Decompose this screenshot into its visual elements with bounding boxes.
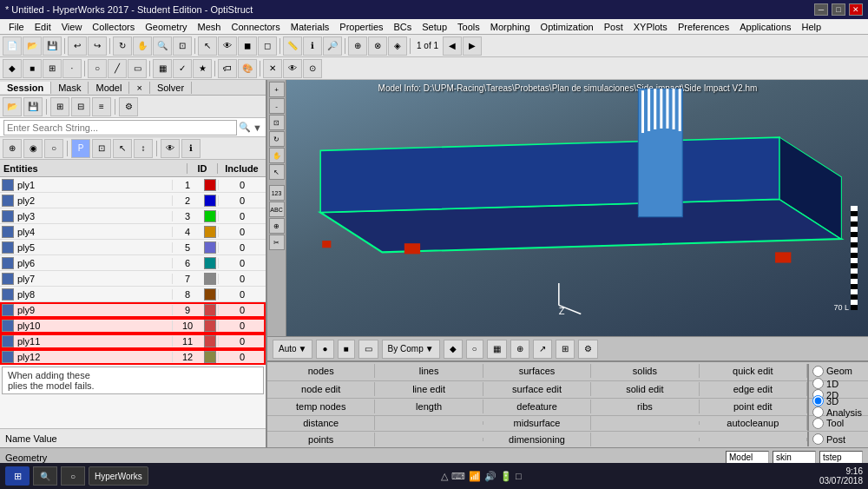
shading-btn[interactable]: ◼ bbox=[238, 36, 257, 56]
lines-btn[interactable]: ╱ bbox=[108, 59, 127, 78]
bp-dimensioning[interactable]: dimensioning bbox=[483, 433, 591, 446]
undo-button[interactable]: ↩ bbox=[68, 36, 87, 56]
settings-btn2[interactable]: ⚙ bbox=[578, 340, 598, 359]
menu-properties[interactable]: Properties bbox=[334, 21, 388, 33]
bp-surface-edit[interactable]: surface edit bbox=[483, 382, 591, 396]
sys-btn[interactable]: ⊕ bbox=[510, 340, 529, 359]
check-btn[interactable]: ✓ bbox=[173, 59, 192, 78]
show-all-btn[interactable]: ◉ bbox=[23, 139, 43, 158]
table-row[interactable]: ply4 4 0 bbox=[0, 224, 266, 240]
panel-save-btn[interactable]: 💾 bbox=[23, 97, 43, 116]
bp-defeature[interactable]: defeature bbox=[483, 400, 591, 413]
table-row[interactable]: ply10 10 0 bbox=[0, 318, 266, 334]
tab-close[interactable]: × bbox=[129, 82, 149, 94]
info2-btn[interactable]: ℹ bbox=[181, 139, 201, 158]
radio-geom[interactable]: Geom bbox=[812, 366, 865, 377]
menu-preferences[interactable]: Preferences bbox=[673, 21, 734, 33]
search-icon[interactable]: 🔍 bbox=[239, 122, 251, 133]
table-row[interactable]: ply12 12 0 bbox=[0, 349, 266, 365]
table-row[interactable]: ply7 7 0 bbox=[0, 271, 266, 287]
show-btn[interactable]: ⊙ bbox=[303, 59, 322, 78]
table-row[interactable]: ply6 6 0 bbox=[0, 255, 266, 271]
taskbar-action-center[interactable]: □ bbox=[516, 471, 522, 481]
zoom-extent[interactable]: ⊡ bbox=[173, 36, 192, 56]
radio-1d-input[interactable] bbox=[812, 378, 824, 389]
menu-materials[interactable]: Materials bbox=[286, 21, 335, 33]
bp-surfaces[interactable]: surfaces bbox=[483, 364, 591, 378]
tab-model[interactable]: Model bbox=[89, 82, 129, 94]
radio-3d[interactable]: 3D bbox=[812, 395, 865, 406]
find-btn[interactable]: 🔎 bbox=[323, 36, 342, 56]
color-btn[interactable]: 🎨 bbox=[238, 59, 257, 78]
node-btn[interactable]: · bbox=[62, 59, 82, 78]
bp-length[interactable]: length bbox=[375, 400, 483, 413]
comp-icon-btn[interactable]: ⊡ bbox=[92, 139, 111, 158]
taskbar-battery-icon[interactable]: 🔋 bbox=[500, 471, 512, 482]
bp-node-edit[interactable]: node edit bbox=[267, 382, 375, 396]
shading-btn2[interactable]: ■ bbox=[23, 59, 42, 78]
bp-line-edit[interactable]: line edit bbox=[375, 382, 483, 396]
menu-xyplots[interactable]: XYPlots bbox=[628, 21, 673, 33]
bp-midsurface[interactable]: midsurface bbox=[483, 416, 591, 430]
taskbar-network-icon[interactable]: 📶 bbox=[469, 471, 481, 482]
panel-expand-btn[interactable]: ⊞ bbox=[50, 97, 69, 116]
radio-tool-input[interactable] bbox=[812, 418, 824, 429]
save-button[interactable]: 💾 bbox=[43, 36, 62, 56]
bp-solid-edit[interactable]: solid edit bbox=[591, 382, 699, 396]
radio-post-input[interactable] bbox=[812, 433, 824, 445]
menu-setup[interactable]: Setup bbox=[417, 21, 452, 33]
next-page-btn[interactable]: ▶ bbox=[463, 36, 482, 56]
viewport[interactable]: Model Info: D:\UPM-Racing\Tareas\Probeta… bbox=[267, 80, 868, 336]
panel-settings-btn[interactable]: ⚙ bbox=[119, 97, 138, 116]
elem-btn2[interactable]: ▦ bbox=[487, 340, 507, 359]
hide-all-btn[interactable]: ○ bbox=[44, 139, 63, 158]
bp-point-edit[interactable]: point edit bbox=[700, 400, 807, 413]
bp-edge-edit[interactable]: edge edit bbox=[700, 382, 807, 396]
minimize-button[interactable]: ─ bbox=[814, 3, 828, 16]
maximize-button[interactable]: □ bbox=[832, 3, 845, 16]
radio-tool[interactable]: Tool bbox=[812, 418, 865, 429]
table-row[interactable]: ply11 11 0 bbox=[0, 334, 266, 349]
filter-type-btn[interactable]: ⊕ bbox=[3, 139, 22, 158]
start-button[interactable]: ⊞ bbox=[5, 466, 30, 486]
tab-mask[interactable]: Mask bbox=[51, 82, 89, 94]
hide-btn[interactable]: 👁 bbox=[283, 59, 302, 78]
menu-mesh[interactable]: Mesh bbox=[193, 21, 227, 33]
by-comp-dropdown[interactable]: By Comp ▼ bbox=[382, 340, 440, 359]
quality-btn[interactable]: ★ bbox=[193, 59, 212, 78]
mesh-btn[interactable]: ⊞ bbox=[43, 59, 62, 78]
menu-morphing[interactable]: Morphing bbox=[485, 21, 536, 33]
menu-bcs[interactable]: BCs bbox=[389, 21, 418, 33]
search-input[interactable] bbox=[3, 120, 237, 135]
redo-button[interactable]: ↪ bbox=[88, 36, 107, 56]
open-button[interactable]: 📂 bbox=[23, 36, 42, 56]
panel-open-btn[interactable]: 📂 bbox=[3, 97, 22, 116]
pan-button[interactable]: ✋ bbox=[133, 36, 152, 56]
menu-optimization[interactable]: Optimization bbox=[536, 21, 599, 33]
table-row[interactable]: ply9 9 0 bbox=[0, 302, 266, 318]
vp-box-btn[interactable]: ■ bbox=[338, 340, 355, 359]
cursor-btn[interactable]: ↕ bbox=[134, 139, 153, 158]
panel-filter-btn[interactable]: ≡ bbox=[92, 97, 111, 116]
radio-geom-input[interactable] bbox=[812, 366, 824, 377]
delete-btn[interactable]: ✕ bbox=[263, 59, 282, 78]
vp-sphere-btn[interactable]: ● bbox=[316, 340, 333, 359]
search-dropdown-icon[interactable]: ▼ bbox=[253, 122, 262, 133]
radio-1d[interactable]: 1D bbox=[812, 378, 865, 389]
tab-session[interactable]: Session bbox=[0, 82, 51, 94]
menu-edit[interactable]: Edit bbox=[30, 21, 56, 33]
axis-btn[interactable]: ⊗ bbox=[368, 36, 387, 56]
taskbar-cortana[interactable]: ○ bbox=[61, 466, 85, 486]
tab-solver[interactable]: Solver bbox=[150, 82, 192, 94]
taskbar-volume-icon[interactable]: 🔊 bbox=[484, 471, 496, 482]
iso-btn[interactable]: ◈ bbox=[388, 36, 407, 56]
wireframe-btn[interactable]: ◻ bbox=[258, 36, 277, 56]
table-row[interactable]: ply8 8 0 bbox=[0, 287, 266, 302]
bp-autocleanup[interactable]: autocleanup bbox=[700, 416, 807, 430]
bp-distance[interactable]: distance bbox=[267, 416, 375, 430]
menu-applications[interactable]: Applications bbox=[734, 21, 796, 33]
prev-page-btn[interactable]: ◀ bbox=[443, 36, 462, 56]
eye-btn[interactable]: 👁 bbox=[161, 139, 180, 158]
bp-lines[interactable]: lines bbox=[375, 364, 483, 378]
taskbar-search[interactable]: 🔍 bbox=[33, 466, 57, 486]
